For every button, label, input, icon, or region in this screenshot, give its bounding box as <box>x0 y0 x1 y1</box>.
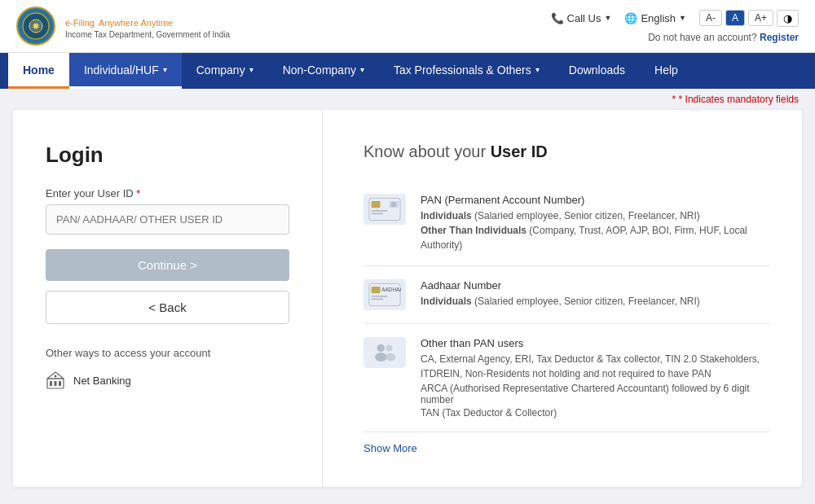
register-line: Do not have an account? Register <box>648 32 799 43</box>
lang-chevron-icon: ▼ <box>679 14 686 22</box>
language-label: English <box>641 12 676 24</box>
content-card: Login Enter your User ID * Continue > < … <box>13 110 802 487</box>
aadhaar-title: Aadhaar Number <box>421 279 769 291</box>
font-decrease-button[interactable]: A- <box>699 10 722 26</box>
required-star: * <box>136 187 140 199</box>
nav-item-non-company[interactable]: Non-Company ▾ <box>268 53 379 89</box>
font-size-controls: A- A A+ ◑ <box>699 10 799 27</box>
other-pan-icon <box>363 337 406 368</box>
non-company-chevron-icon: ▾ <box>360 65 364 74</box>
other-pan-title: Other than PAN users <box>421 337 769 349</box>
svg-rect-19 <box>372 210 388 212</box>
back-button[interactable]: < Back <box>46 291 289 324</box>
nav-label-help: Help <box>654 64 678 77</box>
phone-icon: 📞 <box>551 12 564 24</box>
company-chevron-icon: ▾ <box>249 65 253 74</box>
font-increase-button[interactable]: A+ <box>748 10 773 26</box>
aadhaar-info-content: Aadhaar Number Individuals (Salaried emp… <box>421 279 769 309</box>
show-more-link[interactable]: Show More <box>363 442 417 454</box>
svg-point-28 <box>377 344 385 352</box>
net-banking-label: Net Banking <box>73 375 131 387</box>
top-bar-controls: 📞 Call Us ▼ 🌐 English ▼ A- A A+ ◑ <box>551 10 799 27</box>
aadhaar-individuals: Individuals (Salaried employee, Senior c… <box>421 294 769 309</box>
svg-rect-26 <box>372 299 384 300</box>
login-panel: Login Enter your User ID * Continue > < … <box>13 110 323 487</box>
aadhaar-icon: AADHAAR <box>363 279 406 310</box>
mandatory-star: * <box>672 94 679 105</box>
contrast-toggle-button[interactable]: ◑ <box>777 10 799 27</box>
no-account-text: Do not have an account? <box>648 32 756 43</box>
logo-brand: e-Filing Anywhere Anytime <box>65 13 230 30</box>
info-panel-title: Know about your User ID <box>363 142 769 161</box>
logo-text-area: e-Filing Anywhere Anytime Income Tax Dep… <box>65 13 230 39</box>
other-pan-desc: CA, External Agency, ERI, Tax Deductor &… <box>421 352 769 381</box>
main-area: * * Indicates mandatory fields Login Ent… <box>0 89 815 487</box>
svg-rect-15 <box>59 381 61 386</box>
other-pan-info-item: Other than PAN users CA, External Agency… <box>363 324 769 432</box>
nav-item-help[interactable]: Help <box>640 53 693 89</box>
call-us-label: Call Us <box>567 12 601 24</box>
svg-rect-25 <box>372 296 388 297</box>
globe-icon: 🌐 <box>624 12 637 24</box>
pan-icon <box>363 194 406 225</box>
main-nav: Home Individual/HUF ▾ Company ▾ Non-Comp… <box>0 53 815 89</box>
login-title: Login <box>46 142 289 168</box>
logo-area: e-Filing Anywhere Anytime Income Tax Dep… <box>16 7 230 46</box>
font-normal-button[interactable]: A <box>725 10 745 26</box>
svg-rect-20 <box>372 213 384 215</box>
other-pan-extra1: ARCA (Authorised Representative Chartere… <box>421 383 769 405</box>
call-chevron-icon: ▼ <box>604 14 611 22</box>
user-id-input[interactable] <box>46 204 289 234</box>
language-selector[interactable]: 🌐 English ▼ <box>624 12 686 24</box>
svg-rect-24 <box>372 287 381 293</box>
svg-rect-14 <box>55 381 57 386</box>
svg-text:AADHAAR: AADHAAR <box>381 287 401 292</box>
other-ways-title: Other ways to access your account <box>46 347 289 359</box>
svg-point-29 <box>375 353 386 362</box>
net-banking-option[interactable]: Net Banking <box>46 370 289 390</box>
other-pan-extra2: TAN (Tax Deductor & Collector) <box>421 407 769 419</box>
svg-point-30 <box>386 345 393 352</box>
nav-label-home: Home <box>23 64 55 77</box>
nav-item-individual-huf[interactable]: Individual/HUF ▾ <box>69 53 182 89</box>
nav-label-downloads: Downloads <box>569 64 625 77</box>
pan-title: PAN (Permanent Account Number) <box>421 194 769 206</box>
top-bar: e-Filing Anywhere Anytime Income Tax Dep… <box>0 0 815 53</box>
individual-chevron-icon: ▾ <box>163 65 167 74</box>
nav-label-company: Company <box>196 64 245 77</box>
tax-professionals-chevron-icon: ▾ <box>535 65 540 74</box>
logo-subtitle: Income Tax Department, Government of Ind… <box>65 30 230 39</box>
svg-rect-18 <box>372 201 381 208</box>
pan-info-content: PAN (Permanent Account Number) Individua… <box>421 194 769 252</box>
nav-item-tax-professionals[interactable]: Tax Professionals & Others ▾ <box>379 53 554 89</box>
continue-button[interactable]: Continue > <box>46 249 289 281</box>
govt-emblem <box>16 7 55 46</box>
mandatory-note: * * Indicates mandatory fields <box>0 89 815 110</box>
pan-individuals: Individuals (Salaried employee, Senior c… <box>421 208 769 223</box>
other-pan-info-content: Other than PAN users CA, External Agency… <box>421 337 769 419</box>
svg-point-22 <box>391 202 396 207</box>
user-id-label: Enter your User ID * <box>46 187 289 199</box>
bank-icon <box>46 370 65 390</box>
aadhaar-info-item: AADHAAR Aadhaar Number Individuals (Sala… <box>363 266 769 324</box>
nav-item-company[interactable]: Company ▾ <box>182 53 268 89</box>
info-panel: Know about your User ID PAN (Permanent A… <box>323 110 802 487</box>
svg-point-31 <box>385 353 396 361</box>
nav-label-individual-huf: Individual/HUF <box>84 64 159 77</box>
call-us-button[interactable]: 📞 Call Us ▼ <box>551 12 612 24</box>
svg-point-16 <box>55 375 57 378</box>
register-link[interactable]: Register <box>760 32 799 43</box>
nav-label-tax-professionals: Tax Professionals & Others <box>394 64 531 77</box>
nav-item-downloads[interactable]: Downloads <box>554 53 640 89</box>
nav-label-non-company: Non-Company <box>283 64 356 77</box>
nav-item-home[interactable]: Home <box>8 53 69 89</box>
pan-others: Other Than Individuals (Company, Trust, … <box>421 223 769 252</box>
svg-rect-13 <box>50 381 52 386</box>
pan-info-item: PAN (Permanent Account Number) Individua… <box>363 181 769 266</box>
